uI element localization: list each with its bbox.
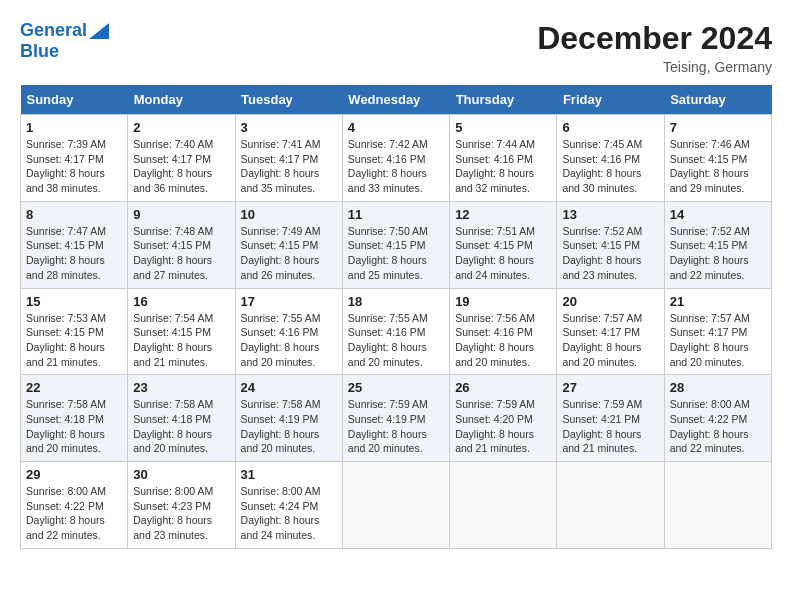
sunset-label: Sunset: 4:18 PM (26, 413, 104, 425)
day-number: 21 (670, 294, 766, 309)
sunrise-label: Sunrise: 7:58 AM (26, 398, 106, 410)
sunrise-label: Sunrise: 7:47 AM (26, 225, 106, 237)
sunrise-label: Sunrise: 7:52 AM (562, 225, 642, 237)
daylight-label: Daylight: 8 hours and 24 minutes. (241, 514, 320, 541)
sunrise-label: Sunrise: 7:57 AM (562, 312, 642, 324)
sunrise-label: Sunrise: 7:42 AM (348, 138, 428, 150)
day-number: 14 (670, 207, 766, 222)
day-info: Sunrise: 7:40 AM Sunset: 4:17 PM Dayligh… (133, 137, 229, 196)
day-info: Sunrise: 7:52 AM Sunset: 4:15 PM Dayligh… (562, 224, 658, 283)
sunrise-label: Sunrise: 7:55 AM (348, 312, 428, 324)
sunset-label: Sunset: 4:21 PM (562, 413, 640, 425)
column-header-saturday: Saturday (664, 85, 771, 115)
daylight-label: Daylight: 8 hours and 20 minutes. (241, 341, 320, 368)
day-info: Sunrise: 7:59 AM Sunset: 4:20 PM Dayligh… (455, 397, 551, 456)
logo-arrow-icon (89, 23, 109, 39)
sunrise-label: Sunrise: 7:55 AM (241, 312, 321, 324)
daylight-label: Daylight: 8 hours and 28 minutes. (26, 254, 105, 281)
calendar-cell: 27 Sunrise: 7:59 AM Sunset: 4:21 PM Dayl… (557, 375, 664, 462)
calendar-cell: 24 Sunrise: 7:58 AM Sunset: 4:19 PM Dayl… (235, 375, 342, 462)
calendar-cell: 10 Sunrise: 7:49 AM Sunset: 4:15 PM Dayl… (235, 201, 342, 288)
calendar-cell: 19 Sunrise: 7:56 AM Sunset: 4:16 PM Dayl… (450, 288, 557, 375)
sunrise-label: Sunrise: 7:54 AM (133, 312, 213, 324)
sunrise-label: Sunrise: 8:00 AM (133, 485, 213, 497)
day-number: 27 (562, 380, 658, 395)
calendar-week-row: 1 Sunrise: 7:39 AM Sunset: 4:17 PM Dayli… (21, 115, 772, 202)
day-info: Sunrise: 8:00 AM Sunset: 4:23 PM Dayligh… (133, 484, 229, 543)
day-number: 15 (26, 294, 122, 309)
calendar-cell (557, 462, 664, 549)
calendar-cell: 21 Sunrise: 7:57 AM Sunset: 4:17 PM Dayl… (664, 288, 771, 375)
daylight-label: Daylight: 8 hours and 23 minutes. (133, 514, 212, 541)
daylight-label: Daylight: 8 hours and 25 minutes. (348, 254, 427, 281)
day-info: Sunrise: 7:54 AM Sunset: 4:15 PM Dayligh… (133, 311, 229, 370)
sunrise-label: Sunrise: 7:50 AM (348, 225, 428, 237)
calendar-cell: 8 Sunrise: 7:47 AM Sunset: 4:15 PM Dayli… (21, 201, 128, 288)
calendar-cell: 16 Sunrise: 7:54 AM Sunset: 4:15 PM Dayl… (128, 288, 235, 375)
day-number: 28 (670, 380, 766, 395)
sunrise-label: Sunrise: 7:52 AM (670, 225, 750, 237)
calendar-cell: 12 Sunrise: 7:51 AM Sunset: 4:15 PM Dayl… (450, 201, 557, 288)
day-info: Sunrise: 7:58 AM Sunset: 4:18 PM Dayligh… (133, 397, 229, 456)
daylight-label: Daylight: 8 hours and 30 minutes. (562, 167, 641, 194)
sunrise-label: Sunrise: 7:58 AM (241, 398, 321, 410)
calendar-week-row: 22 Sunrise: 7:58 AM Sunset: 4:18 PM Dayl… (21, 375, 772, 462)
sunset-label: Sunset: 4:17 PM (241, 153, 319, 165)
logo-text-blue: Blue (20, 41, 59, 62)
sunrise-label: Sunrise: 7:59 AM (348, 398, 428, 410)
sunset-label: Sunset: 4:15 PM (133, 326, 211, 338)
calendar-cell: 1 Sunrise: 7:39 AM Sunset: 4:17 PM Dayli… (21, 115, 128, 202)
daylight-label: Daylight: 8 hours and 20 minutes. (133, 428, 212, 455)
day-number: 9 (133, 207, 229, 222)
sunset-label: Sunset: 4:20 PM (455, 413, 533, 425)
day-info: Sunrise: 7:53 AM Sunset: 4:15 PM Dayligh… (26, 311, 122, 370)
day-info: Sunrise: 7:55 AM Sunset: 4:16 PM Dayligh… (241, 311, 337, 370)
daylight-label: Daylight: 8 hours and 26 minutes. (241, 254, 320, 281)
calendar-cell: 4 Sunrise: 7:42 AM Sunset: 4:16 PM Dayli… (342, 115, 449, 202)
day-info: Sunrise: 7:48 AM Sunset: 4:15 PM Dayligh… (133, 224, 229, 283)
day-number: 16 (133, 294, 229, 309)
day-number: 20 (562, 294, 658, 309)
calendar-cell: 7 Sunrise: 7:46 AM Sunset: 4:15 PM Dayli… (664, 115, 771, 202)
day-info: Sunrise: 7:59 AM Sunset: 4:21 PM Dayligh… (562, 397, 658, 456)
day-number: 31 (241, 467, 337, 482)
calendar-week-row: 15 Sunrise: 7:53 AM Sunset: 4:15 PM Dayl… (21, 288, 772, 375)
day-info: Sunrise: 7:58 AM Sunset: 4:18 PM Dayligh… (26, 397, 122, 456)
calendar-cell (664, 462, 771, 549)
daylight-label: Daylight: 8 hours and 20 minutes. (562, 341, 641, 368)
day-number: 4 (348, 120, 444, 135)
day-number: 17 (241, 294, 337, 309)
calendar-cell: 9 Sunrise: 7:48 AM Sunset: 4:15 PM Dayli… (128, 201, 235, 288)
day-info: Sunrise: 7:57 AM Sunset: 4:17 PM Dayligh… (670, 311, 766, 370)
day-number: 5 (455, 120, 551, 135)
day-number: 22 (26, 380, 122, 395)
sunrise-label: Sunrise: 7:59 AM (562, 398, 642, 410)
daylight-label: Daylight: 8 hours and 20 minutes. (455, 341, 534, 368)
sunset-label: Sunset: 4:17 PM (133, 153, 211, 165)
daylight-label: Daylight: 8 hours and 33 minutes. (348, 167, 427, 194)
sunrise-label: Sunrise: 7:48 AM (133, 225, 213, 237)
column-header-tuesday: Tuesday (235, 85, 342, 115)
calendar-cell: 20 Sunrise: 7:57 AM Sunset: 4:17 PM Dayl… (557, 288, 664, 375)
sunset-label: Sunset: 4:15 PM (562, 239, 640, 251)
svg-marker-0 (89, 23, 109, 39)
daylight-label: Daylight: 8 hours and 21 minutes. (455, 428, 534, 455)
daylight-label: Daylight: 8 hours and 20 minutes. (241, 428, 320, 455)
sunset-label: Sunset: 4:16 PM (348, 153, 426, 165)
sunset-label: Sunset: 4:15 PM (670, 239, 748, 251)
daylight-label: Daylight: 8 hours and 27 minutes. (133, 254, 212, 281)
daylight-label: Daylight: 8 hours and 22 minutes. (26, 514, 105, 541)
day-info: Sunrise: 7:52 AM Sunset: 4:15 PM Dayligh… (670, 224, 766, 283)
sunrise-label: Sunrise: 8:00 AM (241, 485, 321, 497)
day-info: Sunrise: 7:39 AM Sunset: 4:17 PM Dayligh… (26, 137, 122, 196)
calendar-cell: 26 Sunrise: 7:59 AM Sunset: 4:20 PM Dayl… (450, 375, 557, 462)
sunset-label: Sunset: 4:23 PM (133, 500, 211, 512)
sunset-label: Sunset: 4:15 PM (133, 239, 211, 251)
sunrise-label: Sunrise: 7:51 AM (455, 225, 535, 237)
sunset-label: Sunset: 4:17 PM (670, 326, 748, 338)
day-number: 8 (26, 207, 122, 222)
day-info: Sunrise: 8:00 AM Sunset: 4:22 PM Dayligh… (26, 484, 122, 543)
calendar-cell: 23 Sunrise: 7:58 AM Sunset: 4:18 PM Dayl… (128, 375, 235, 462)
calendar-header-row: SundayMondayTuesdayWednesdayThursdayFrid… (21, 85, 772, 115)
calendar-cell: 18 Sunrise: 7:55 AM Sunset: 4:16 PM Dayl… (342, 288, 449, 375)
